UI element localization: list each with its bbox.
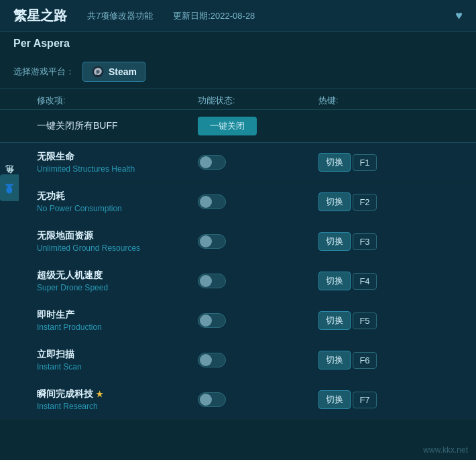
mod-toggle-area bbox=[198, 313, 318, 328]
mod-name-cn: 无功耗 bbox=[37, 190, 198, 203]
hotkey-switch-button-1[interactable]: 切换 bbox=[318, 153, 351, 172]
mod-name-en: Unlimited Ground Resources bbox=[37, 243, 198, 253]
hotkey-key-5: F5 bbox=[353, 312, 377, 329]
toggle-knob bbox=[200, 394, 212, 406]
hotkey-switch-button-3[interactable]: 切换 bbox=[318, 232, 351, 251]
hotkey-key-7: F7 bbox=[353, 392, 377, 408]
toggle-switch-4[interactable] bbox=[198, 274, 226, 288]
mod-row: 无限地面资源 Unlimited Ground Resources 切换 F3 bbox=[0, 222, 476, 262]
game-title: Per Aspera bbox=[13, 38, 70, 49]
side-tab-icon: 👤 bbox=[5, 184, 15, 194]
mod-row: 无功耗 No Power Consumption 切换 F2 bbox=[0, 182, 476, 222]
update-date: 更新日期:2022-08-28 bbox=[173, 10, 255, 22]
mod-name-cn: 无限生命 bbox=[37, 151, 198, 163]
oneclick-row: 一键关闭所有BUFF 一键关闭 bbox=[0, 110, 476, 143]
app-title: 繁星之路 bbox=[13, 7, 67, 25]
hotkey-switch-button-6[interactable]: 切换 bbox=[318, 351, 351, 369]
platform-label: 选择游戏平台： bbox=[13, 66, 74, 78]
mod-name-en: Unlimited Structures Health bbox=[37, 164, 198, 174]
mod-toggle-area bbox=[198, 392, 318, 407]
mod-name-cn: 无限地面资源 bbox=[37, 230, 198, 242]
mod-name-cn: 立即扫描 bbox=[37, 349, 198, 361]
mod-row: 无限生命 Unlimited Structures Health 切换 F1 bbox=[0, 143, 476, 182]
hotkey-key-1: F1 bbox=[353, 154, 377, 171]
hotkey-group: 切换 F6 bbox=[318, 351, 377, 369]
toggle-knob bbox=[200, 156, 212, 168]
mod-name-en: Super Drone Speed bbox=[37, 283, 198, 292]
mod-toggle-area bbox=[198, 155, 318, 170]
mod-info: 瞬间完成科技★ Instant Research bbox=[37, 388, 198, 411]
mod-list: 无限生命 Unlimited Structures Health 切换 F1 无… bbox=[0, 143, 476, 420]
steam-icon bbox=[91, 65, 105, 78]
mod-info: 即时生产 Instant Production bbox=[37, 309, 198, 332]
mod-info: 超级无人机速度 Super Drone Speed bbox=[37, 270, 198, 292]
mod-name-en: Instant Production bbox=[37, 323, 198, 332]
toggle-switch-7[interactable] bbox=[198, 392, 226, 407]
hotkey-switch-button-7[interactable]: 切换 bbox=[318, 390, 351, 409]
toggle-knob bbox=[200, 196, 212, 208]
hotkey-group: 切换 F5 bbox=[318, 311, 377, 330]
mod-name-cn: 即时生产 bbox=[37, 309, 198, 321]
side-tab[interactable]: 👤 角色 bbox=[0, 174, 19, 201]
mod-name-cn: 超级无人机速度 bbox=[37, 270, 198, 282]
hotkey-group: 切换 F4 bbox=[318, 272, 377, 290]
oneclick-label: 一键关闭所有BUFF bbox=[37, 120, 198, 132]
toggle-knob bbox=[200, 314, 212, 327]
toggle-switch-5[interactable] bbox=[198, 313, 226, 328]
hotkey-key-6: F6 bbox=[353, 352, 377, 369]
hotkey-group: 切换 F3 bbox=[318, 232, 377, 251]
toggle-switch-6[interactable] bbox=[198, 353, 226, 367]
mod-name-en: Instant Research bbox=[37, 402, 198, 411]
oneclick-button[interactable]: 一键关闭 bbox=[198, 117, 257, 135]
mod-name-en: Instant Scan bbox=[37, 362, 198, 371]
col-status-header: 功能状态: bbox=[198, 95, 318, 107]
mod-toggle-area bbox=[198, 194, 318, 209]
steam-label: Steam bbox=[109, 66, 137, 77]
mod-info: 立即扫描 Instant Scan bbox=[37, 349, 198, 371]
mod-info: 无限生命 Unlimited Structures Health bbox=[37, 151, 198, 174]
col-mod-header: 修改项: bbox=[37, 95, 198, 107]
toggle-switch-1[interactable] bbox=[198, 155, 226, 170]
mod-row: 超级无人机速度 Super Drone Speed 切换 F4 bbox=[0, 262, 476, 301]
hotkey-key-2: F2 bbox=[353, 194, 377, 211]
mod-toggle-area bbox=[198, 274, 318, 288]
hotkey-key-4: F4 bbox=[353, 273, 377, 290]
toggle-knob bbox=[200, 235, 212, 247]
hotkey-key-3: F3 bbox=[353, 233, 377, 250]
mod-toggle-area bbox=[198, 353, 318, 367]
mod-row: 即时生产 Instant Production 切换 F5 bbox=[0, 301, 476, 341]
toggle-knob bbox=[200, 275, 212, 287]
hotkey-group: 切换 F1 bbox=[318, 153, 377, 172]
app-header: 繁星之路 共7项修改器功能 更新日期:2022-08-28 ♥ bbox=[0, 0, 476, 32]
steam-button[interactable]: Steam bbox=[82, 62, 145, 82]
mod-row: 瞬间完成科技★ Instant Research 切换 F7 bbox=[0, 380, 476, 420]
mod-toggle-area bbox=[198, 234, 318, 249]
toggle-knob bbox=[200, 354, 212, 366]
mod-info: 无功耗 No Power Consumption bbox=[37, 190, 198, 213]
hotkey-switch-button-2[interactable]: 切换 bbox=[318, 192, 351, 211]
mod-info: 无限地面资源 Unlimited Ground Resources bbox=[37, 230, 198, 253]
hotkey-switch-button-4[interactable]: 切换 bbox=[318, 272, 351, 290]
hotkey-switch-button-5[interactable]: 切换 bbox=[318, 311, 351, 330]
star-badge: ★ bbox=[96, 390, 103, 399]
favorite-icon[interactable]: ♥ bbox=[455, 9, 463, 23]
hotkey-group: 切换 F2 bbox=[318, 192, 377, 211]
column-headers: 修改项: 功能状态: 热键: bbox=[0, 89, 476, 110]
sub-header: Per Aspera bbox=[0, 32, 476, 55]
col-hotkey-header: 热键: bbox=[318, 95, 339, 107]
platform-section: 选择游戏平台： Steam bbox=[0, 55, 476, 89]
hotkey-group: 切换 F7 bbox=[318, 390, 377, 409]
mod-name-en: No Power Consumption bbox=[37, 204, 198, 213]
mod-name-cn: 瞬间完成科技★ bbox=[37, 388, 198, 400]
mod-count: 共7项修改器功能 bbox=[87, 10, 153, 22]
toggle-switch-2[interactable] bbox=[198, 194, 226, 209]
mod-row: 立即扫描 Instant Scan 切换 F6 bbox=[0, 341, 476, 380]
toggle-switch-3[interactable] bbox=[198, 234, 226, 249]
watermark: www.kkx.net bbox=[423, 445, 468, 455]
